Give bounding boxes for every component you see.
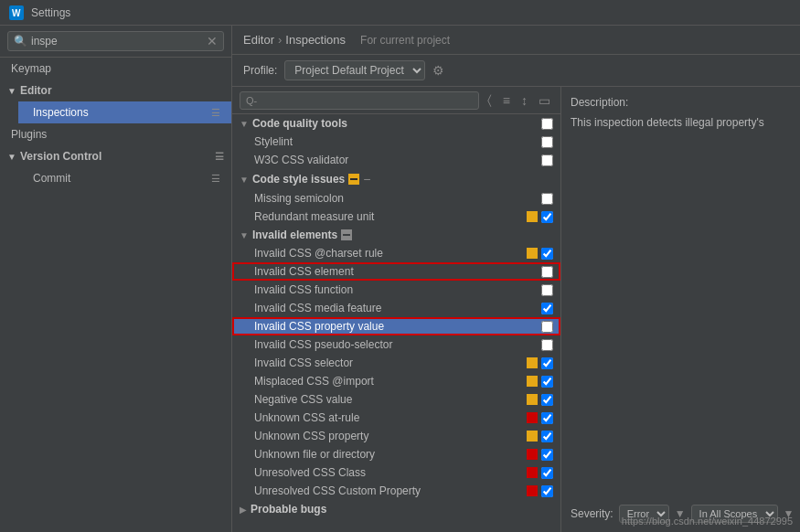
vcs-icon: ☰ bbox=[215, 151, 224, 163]
tree-category-probable-bugs[interactable]: ▶ Probable bugs bbox=[232, 500, 560, 518]
content-header: Editor › Inspections For current project bbox=[232, 26, 800, 55]
unknown-css-property-label: Unknown CSS property bbox=[254, 430, 523, 442]
misplaced-import-checkbox[interactable] bbox=[541, 376, 553, 388]
tree-item-unresolved-css-custom[interactable]: Unresolved CSS Custom Property bbox=[232, 482, 560, 500]
vcs-triangle-icon: ▼ bbox=[7, 152, 16, 162]
profile-select[interactable]: Project Default Project bbox=[284, 60, 425, 80]
sidebar-item-keymap-label: Keymap bbox=[11, 62, 51, 75]
sidebar-commit-label: Commit bbox=[33, 172, 70, 185]
description-text: This inspection detects illegal property… bbox=[571, 114, 791, 497]
invalid-css-selector-label: Invalid CSS selector bbox=[254, 356, 523, 369]
negative-css-value-color bbox=[527, 394, 538, 405]
tree-item-misplaced-import[interactable]: Misplaced CSS @import bbox=[232, 372, 560, 390]
negative-css-value-checkbox[interactable] bbox=[541, 394, 553, 406]
tree-item-redundant-measure[interactable]: Redundant measure unit bbox=[232, 207, 560, 226]
code-style-color-indicator bbox=[348, 174, 359, 185]
tree-item-invalid-css-property-value[interactable]: Invalid CSS property value bbox=[232, 317, 560, 335]
unresolved-css-custom-checkbox[interactable] bbox=[541, 485, 553, 497]
sidebar-item-inspections[interactable]: Inspections ☰ bbox=[18, 101, 231, 123]
tree-category-invalid-elements[interactable]: ▼ Invalid elements bbox=[232, 226, 560, 244]
unresolved-css-class-label: Unresolved CSS Class bbox=[254, 466, 523, 479]
invalid-css-element-checkbox[interactable] bbox=[541, 266, 553, 278]
expand-all-icon[interactable]: ≡ bbox=[500, 91, 513, 110]
unresolved-css-custom-color bbox=[527, 485, 538, 496]
inspection-search-wrap[interactable]: Q- bbox=[240, 91, 479, 110]
invalid-charset-checkbox[interactable] bbox=[541, 248, 553, 260]
title-bar: W Settings bbox=[0, 0, 800, 26]
sidebar-section-editor[interactable]: ▼ Editor bbox=[0, 80, 231, 101]
tree-item-invalid-charset[interactable]: Invalid CSS @charset rule bbox=[232, 244, 560, 262]
filter-icon[interactable]: 〈 bbox=[485, 90, 495, 110]
unresolved-css-custom-label: Unresolved CSS Custom Property bbox=[254, 484, 523, 497]
sidebar-item-commit[interactable]: Commit ☰ bbox=[18, 167, 231, 189]
code-style-minus-icon: − bbox=[363, 172, 370, 186]
gear-icon[interactable]: ⚙ bbox=[432, 63, 444, 78]
severity-label: Severity: bbox=[571, 507, 613, 520]
invalid-css-function-checkbox[interactable] bbox=[541, 284, 553, 296]
tree-item-stylelint[interactable]: Stylelint bbox=[232, 133, 560, 151]
redundant-measure-color bbox=[527, 211, 538, 222]
sidebar-search-input[interactable] bbox=[31, 35, 207, 48]
sidebar: 🔍 ✕ Keymap ▼ Editor Inspections ☰ bbox=[0, 26, 232, 532]
search-clear-icon[interactable]: ✕ bbox=[207, 34, 218, 48]
stylelint-checkbox[interactable] bbox=[541, 136, 553, 148]
tree-item-invalid-css-element[interactable]: Invalid CSS element bbox=[232, 262, 560, 281]
sidebar-search-box: 🔍 ✕ bbox=[0, 26, 231, 58]
tree-item-unknown-file-directory[interactable]: Unknown file or directory bbox=[232, 445, 560, 463]
tree-item-unknown-at-rule[interactable]: Unknown CSS at-rule bbox=[232, 409, 560, 427]
tree-category-code-quality[interactable]: ▼ Code quality tools bbox=[232, 114, 560, 133]
tree-item-invalid-css-function[interactable]: Invalid CSS function bbox=[232, 281, 560, 299]
severity-select[interactable]: Error bbox=[619, 505, 669, 523]
unknown-at-rule-label: Unknown CSS at-rule bbox=[254, 411, 523, 424]
tree-category-code-style[interactable]: ▼ Code style issues − bbox=[232, 169, 560, 189]
probable-bugs-triangle-icon: ▶ bbox=[240, 505, 247, 515]
unknown-file-directory-label: Unknown file or directory bbox=[254, 448, 523, 461]
redundant-measure-label: Redundant measure unit bbox=[254, 210, 523, 223]
inspection-search-input[interactable] bbox=[257, 94, 473, 107]
invalid-css-property-value-label: Invalid CSS property value bbox=[254, 320, 539, 333]
missing-semicolon-checkbox[interactable] bbox=[541, 193, 553, 205]
sidebar-item-keymap[interactable]: Keymap bbox=[0, 58, 231, 80]
invalid-selector-color bbox=[527, 357, 538, 368]
tree-item-missing-semicolon[interactable]: Missing semicolon bbox=[232, 189, 560, 207]
sidebar-section-vcs[interactable]: ▼ Version Control ☰ bbox=[0, 145, 231, 167]
tree-item-unresolved-css-class[interactable]: Unresolved CSS Class bbox=[232, 463, 560, 482]
unknown-at-rule-checkbox[interactable] bbox=[541, 412, 553, 424]
invalid-css-selector-checkbox[interactable] bbox=[541, 357, 553, 369]
inspection-area: Q- 〈 ≡ ↕ ▭ ▼ Code quality tools bbox=[232, 87, 800, 532]
sidebar-search-wrap[interactable]: 🔍 ✕ bbox=[7, 31, 224, 51]
invalid-media-feature-checkbox[interactable] bbox=[541, 303, 553, 314]
severity-arrow-icon: ▼ bbox=[675, 507, 686, 520]
invalid-pseudo-selector-checkbox[interactable] bbox=[541, 339, 553, 351]
invalid-css-property-value-checkbox[interactable] bbox=[541, 321, 553, 333]
sidebar-content: Keymap ▼ Editor Inspections ☰ Plugins ▼ … bbox=[0, 58, 231, 532]
unknown-file-directory-checkbox[interactable] bbox=[541, 449, 553, 461]
unresolved-css-class-checkbox[interactable] bbox=[541, 467, 553, 479]
tree-item-negative-css-value[interactable]: Negative CSS value bbox=[232, 390, 560, 409]
scope-select[interactable]: In All Scopes bbox=[691, 505, 778, 523]
sidebar-vcs-label: Version Control bbox=[20, 150, 101, 163]
sidebar-item-plugins[interactable]: Plugins bbox=[0, 123, 231, 145]
tree-item-invalid-css-selector[interactable]: Invalid CSS selector bbox=[232, 354, 560, 372]
probable-bugs-label: Probable bugs bbox=[251, 503, 326, 516]
redundant-measure-checkbox[interactable] bbox=[541, 211, 553, 223]
inspections-icon: ☰ bbox=[211, 107, 220, 119]
layout-icon[interactable]: ▭ bbox=[536, 91, 553, 110]
scope-arrow-icon: ▼ bbox=[784, 507, 795, 520]
for-current-project-link[interactable]: For current project bbox=[360, 34, 450, 47]
tree-item-w3c[interactable]: W3C CSS validator bbox=[232, 151, 560, 169]
tree-item-unknown-css-property[interactable]: Unknown CSS property bbox=[232, 427, 560, 445]
missing-semicolon-label: Missing semicolon bbox=[254, 192, 539, 205]
breadcrumb-parent: Editor bbox=[243, 33, 274, 47]
tree-item-invalid-media-feature[interactable]: Invalid CSS media feature bbox=[232, 299, 560, 317]
search-icon: 🔍 bbox=[14, 35, 27, 48]
w3c-checkbox[interactable] bbox=[541, 154, 553, 166]
content-area: Editor › Inspections For current project… bbox=[232, 26, 800, 532]
unknown-css-property-checkbox[interactable] bbox=[541, 431, 553, 442]
code-style-triangle-icon: ▼ bbox=[240, 175, 249, 185]
tree-item-invalid-pseudo-selector[interactable]: Invalid CSS pseudo-selector bbox=[232, 335, 560, 354]
code-quality-checkbox[interactable] bbox=[541, 118, 553, 130]
invalid-charset-color bbox=[527, 248, 538, 259]
collapse-all-icon[interactable]: ↕ bbox=[518, 91, 530, 110]
w3c-label: W3C CSS validator bbox=[254, 154, 539, 166]
